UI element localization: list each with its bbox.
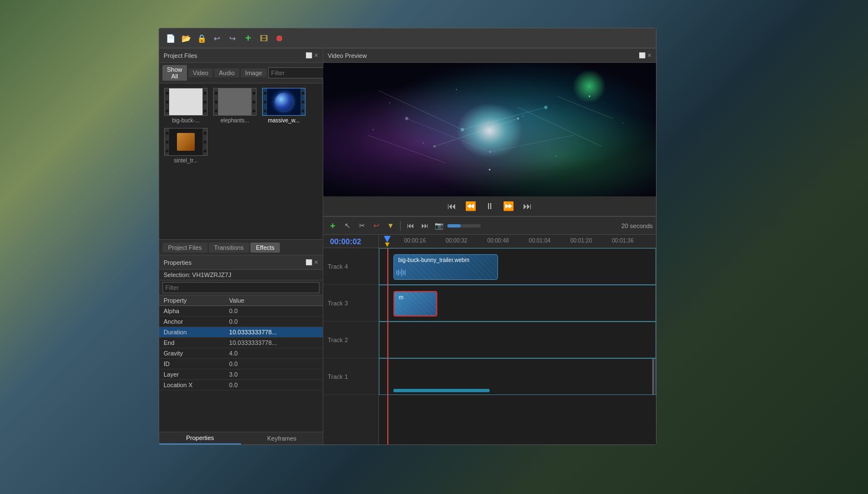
film-strip-right: [203, 129, 207, 155]
clip-label2: m: [397, 293, 406, 302]
track-area-track3[interactable]: m: [379, 285, 656, 322]
seconds-label: 20 seconds: [622, 223, 653, 229]
file-name: elephants...: [220, 117, 249, 124]
table-row[interactable]: Duration 10.0333333778...: [159, 327, 323, 338]
tab-project-files[interactable]: Project Files: [162, 243, 208, 253]
maximize-icon3[interactable]: ⬜: [639, 52, 645, 58]
col-value: Value: [225, 295, 323, 306]
properties-filter-input[interactable]: [162, 282, 319, 293]
fast-forward-button[interactable]: ⏩: [501, 200, 516, 213]
track-area-track1[interactable]: [379, 358, 656, 395]
svg-line-7: [557, 96, 613, 118]
list-item[interactable]: elephants...: [213, 88, 257, 124]
separator: [400, 221, 401, 231]
close-icon3[interactable]: ✕: [647, 52, 652, 58]
maximize-icon2[interactable]: ⬜: [305, 259, 312, 265]
close-icon2[interactable]: ✕: [314, 259, 318, 265]
goto-start-tl-button[interactable]: ⏮: [404, 220, 416, 232]
project-files-header: Project Files ⬜ ✕: [159, 48, 323, 63]
redo-button[interactable]: ↪: [226, 32, 239, 45]
video-preview-header: Video Preview ⬜ ✕: [323, 48, 656, 63]
goto-end-tl-button[interactable]: ⏭: [418, 220, 431, 232]
list-item[interactable]: sintel_tr...: [164, 128, 208, 164]
film-hole: [264, 92, 267, 95]
close-icon[interactable]: ✕: [314, 52, 318, 58]
table-header: Property Value: [159, 295, 323, 306]
open-button[interactable]: 📂: [179, 32, 193, 45]
sintel-thumb: [177, 133, 195, 151]
ruler-time-48: 00:00:48: [487, 238, 509, 244]
filter-tabs: Show All Video Audio Image 🔍: [159, 63, 323, 83]
pause-button[interactable]: ⏸: [483, 200, 496, 213]
table-row[interactable]: Layer 3.0: [159, 369, 323, 380]
svg-point-9: [544, 106, 548, 109]
film-hole: [302, 92, 304, 95]
tab-audio[interactable]: Audio: [214, 68, 239, 77]
tab-show-all[interactable]: Show All: [162, 65, 187, 81]
prop-name: End: [159, 338, 225, 348]
snap-button[interactable]: ▼: [384, 220, 397, 232]
ruler-marker: [385, 243, 389, 247]
timeline-ruler[interactable]: 00:00:16 00:00:32 00:00:48 00:01:04 00:0…: [379, 235, 656, 248]
wave-bar: [405, 270, 406, 275]
film-hole: [166, 150, 169, 152]
prop-name: Gravity: [159, 348, 225, 359]
table-row[interactable]: Anchor 0.0: [159, 317, 323, 327]
track-label-track2: Track 2: [323, 322, 378, 358]
wave-bar: [398, 269, 399, 276]
table-row[interactable]: ID 0.0: [159, 359, 323, 369]
table-row[interactable]: End 10.0333333778...: [159, 338, 323, 348]
svg-point-11: [517, 117, 519, 120]
select-tool-button[interactable]: ↖: [341, 220, 353, 232]
properties-title: Properties: [164, 259, 191, 266]
goto-start-button[interactable]: ⏮: [445, 200, 458, 213]
sphere-icon: [275, 93, 293, 111]
new-button[interactable]: 📄: [164, 32, 177, 45]
clip-track3[interactable]: m: [393, 291, 437, 317]
film-button[interactable]: 🎞: [257, 32, 270, 45]
track-area-track4[interactable]: big-buck-bunny_trailer.webm: [379, 248, 656, 285]
table-row[interactable]: Location X 0.0: [159, 380, 323, 391]
app-window: 📄 📂 🔒 ↩ ↪ + 🎞 ⏺ Project Files ⬜ ✕ Show A…: [159, 28, 657, 445]
add-button[interactable]: +: [241, 32, 255, 45]
list-item[interactable]: massive_w...: [262, 88, 306, 124]
track-labels: 00:00:02 Track 4 Track 3 Track 2 Track 1: [323, 235, 379, 444]
film-hole: [302, 110, 304, 112]
film-hole: [204, 132, 206, 135]
undo-button[interactable]: ↩: [210, 32, 224, 45]
save-button[interactable]: 🔒: [195, 32, 208, 45]
tab-transitions[interactable]: Transitions: [209, 243, 249, 253]
tab-video[interactable]: Video: [189, 68, 213, 77]
goto-end-button[interactable]: ⏭: [521, 200, 534, 213]
film-strip-right: [300, 88, 305, 115]
film-hole: [253, 110, 255, 112]
table-row[interactable]: Alpha 0.0: [159, 306, 323, 317]
file-thumbnail: [164, 128, 208, 156]
audio-bar: [393, 389, 490, 392]
camera-button[interactable]: 📷: [433, 220, 445, 232]
ruler-time-16: 00:00:16: [404, 238, 426, 244]
prop-tab-properties[interactable]: Properties: [159, 432, 241, 444]
file-thumbnail: [164, 88, 208, 116]
track-area-track2[interactable]: [379, 322, 656, 358]
add-track-button[interactable]: +: [327, 220, 339, 232]
properties-header: Properties ⬜ ✕: [159, 255, 323, 270]
film-hole: [215, 110, 218, 112]
prop-tab-keyframes[interactable]: Keyframes: [241, 432, 323, 444]
ruler-time-64: 00:01:04: [529, 238, 550, 244]
maximize-icon[interactable]: ⬜: [305, 52, 312, 58]
main-content: Project Files ⬜ ✕ Show All Video Audio I…: [159, 48, 656, 444]
undo-action-button[interactable]: ↩: [370, 220, 382, 232]
wave-bar: [400, 271, 401, 274]
rewind-button[interactable]: ⏪: [463, 200, 479, 213]
record-button[interactable]: ⏺: [273, 32, 286, 45]
list-item[interactable]: big-buck-...: [164, 88, 208, 124]
table-row[interactable]: Gravity 4.0: [159, 348, 323, 359]
tab-image[interactable]: Image: [241, 68, 267, 77]
razor-tool-button[interactable]: ✂: [356, 220, 368, 232]
zoom-bar[interactable]: [447, 224, 481, 228]
film-hole: [166, 101, 169, 103]
clip-big-buck[interactable]: big-buck-bunny_trailer.webm: [393, 254, 498, 280]
tab-effects[interactable]: Effects: [250, 243, 280, 253]
thumb-content: [169, 129, 203, 155]
